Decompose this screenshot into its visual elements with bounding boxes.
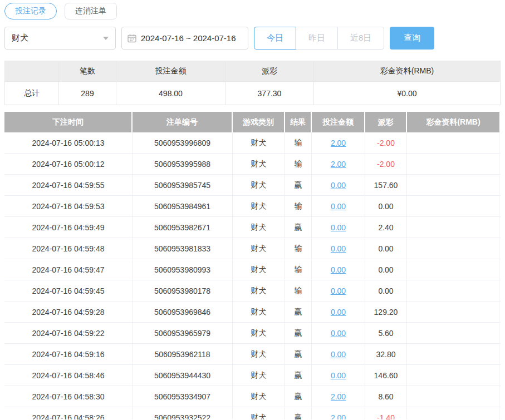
tab-betting-records[interactable]: 投注记录: [4, 3, 57, 19]
summary-total-label: 总计: [5, 82, 59, 105]
order-number-cell: 5060953996809: [133, 132, 233, 153]
order-number-cell: 5060953995988: [133, 154, 233, 174]
order-number-cell: 5060953984961: [133, 196, 233, 216]
bet-amount-cell: 0.00: [312, 344, 365, 364]
order-number-cell: 5060953965979: [133, 323, 233, 343]
summary-count-value: 289: [59, 82, 116, 105]
bonus-cell: [407, 280, 499, 301]
payout-cell: 0.00: [365, 259, 407, 280]
game-type-cell: 财犬: [233, 259, 285, 280]
bet-amount-link[interactable]: 0.00: [331, 350, 346, 359]
table-row: 2024-07-16 04:59:28 5060953969846 财犬 赢 0…: [4, 302, 501, 323]
date-range-input[interactable]: 2024-07-16 ~ 2024-07-16: [121, 27, 248, 50]
bet-time-cell: 2024-07-16 04:59:49: [4, 217, 133, 238]
result-cell: 输: [285, 132, 312, 153]
bonus-cell: [407, 302, 499, 322]
summary-payout-value: 377.30: [225, 82, 314, 105]
calendar-icon: [128, 34, 136, 43]
bonus-cell: [407, 323, 499, 343]
game-select[interactable]: 财犬: [4, 27, 116, 50]
payout-cell: 0.00: [365, 238, 407, 259]
game-type-cell: 财犬: [233, 132, 285, 153]
bet-amount-link[interactable]: 0.00: [331, 286, 346, 295]
bet-amount-link[interactable]: 2.00: [331, 139, 346, 147]
header-bet-amount: 投注金额: [312, 112, 364, 132]
order-number-cell: 5060953962118: [133, 344, 233, 364]
result-cell: 赢: [285, 217, 312, 238]
bet-amount-link[interactable]: 0.00: [331, 244, 346, 253]
today-button[interactable]: 今日: [254, 27, 296, 50]
game-type-cell: 财犬: [233, 154, 285, 174]
table-row: 2024-07-16 05:00:12 5060953995988 财犬 输 2…: [4, 154, 501, 175]
bet-amount-cell: 0.00: [312, 175, 365, 195]
header-payout: 派彩: [365, 112, 406, 132]
result-cell: 赢: [285, 302, 312, 322]
result-cell: 赢: [285, 175, 312, 195]
bet-amount-cell: 2.00: [312, 132, 365, 153]
result-cell: 赢: [285, 407, 312, 419]
bet-amount-link[interactable]: 0.00: [331, 265, 346, 274]
result-cell: 赢: [285, 344, 312, 364]
bet-amount-link[interactable]: 0.00: [331, 329, 346, 338]
table-row: 2024-07-16 04:59:47 5060953980993 财犬 输 0…: [4, 259, 501, 280]
game-type-cell: 财犬: [233, 344, 285, 364]
betting-records-page: 投注记录 连消注单 财犬 2024-07-16 ~ 2024-07-16 今日 …: [0, 0, 505, 420]
payout-cell: 129.20: [365, 302, 407, 322]
bet-amount-link[interactable]: 0.00: [331, 308, 346, 317]
bet-amount-link[interactable]: 0.00: [331, 371, 346, 380]
header-bonus: 彩金资料(RMB): [407, 112, 499, 132]
bet-time-cell: 2024-07-16 05:00:13: [4, 132, 133, 153]
bet-amount-cell: 0.00: [312, 238, 365, 259]
search-button[interactable]: 查询: [390, 27, 434, 50]
game-type-cell: 财犬: [233, 175, 285, 195]
bet-amount-link[interactable]: 2.00: [331, 160, 346, 169]
bonus-cell: [407, 132, 499, 153]
payout-cell: 8.60: [365, 386, 407, 407]
bonus-cell: [407, 154, 499, 174]
bet-amount-link[interactable]: 0.00: [331, 202, 346, 211]
order-number-cell: 5060953982671: [133, 217, 233, 238]
summary-total-row: 总计 289 498.00 377.30 ¥0.00: [5, 82, 500, 105]
bonus-cell: [407, 217, 499, 238]
payout-cell: 146.60: [365, 365, 407, 386]
last-8-days-button[interactable]: 近8日: [337, 27, 384, 50]
game-type-cell: 财犬: [233, 407, 285, 419]
header-result: 结果: [285, 112, 311, 132]
game-type-cell: 财犬: [233, 302, 285, 322]
bet-amount-link[interactable]: 2.00: [331, 413, 346, 420]
summary-bet-amount-value: 498.00: [116, 82, 225, 105]
quick-date-buttons: 今日 昨日 近8日: [254, 27, 384, 50]
bonus-cell: [407, 344, 499, 364]
records-table: 下注时间 注单编号 游戏类别 结果 投注金额 派彩 彩金资料(RMB) 2024…: [4, 112, 501, 419]
bet-time-cell: 2024-07-16 04:59:45: [4, 280, 133, 301]
payout-cell: 32.80: [365, 344, 407, 364]
bonus-cell: [407, 386, 499, 407]
chevron-down-icon: [103, 37, 109, 40]
table-row: 2024-07-16 04:59:48 5060953981833 财犬 输 0…: [4, 238, 501, 259]
order-number-cell: 5060953980993: [133, 259, 233, 280]
bet-amount-cell: 0.00: [312, 217, 365, 238]
game-type-cell: 财犬: [233, 280, 285, 301]
yesterday-button[interactable]: 昨日: [296, 27, 338, 50]
payout-cell: -2.00: [365, 154, 407, 174]
payout-cell: -1.40: [365, 407, 407, 419]
game-select-value: 财犬: [12, 33, 28, 43]
bonus-cell: [407, 196, 499, 216]
date-range-value: 2024-07-16 ~ 2024-07-16: [141, 33, 236, 43]
bet-amount-link[interactable]: 0.00: [331, 223, 346, 232]
order-number-cell: 5060953969846: [133, 302, 233, 322]
bet-amount-link[interactable]: 0.00: [331, 181, 346, 190]
game-type-cell: 财犬: [233, 323, 285, 343]
payout-cell: 2.40: [365, 217, 407, 238]
order-number-cell: 5060953985745: [133, 175, 233, 195]
bet-time-cell: 2024-07-16 04:58:46: [4, 365, 133, 386]
table-row: 2024-07-16 04:59:16 5060953962118 财犬 赢 0…: [4, 344, 501, 365]
result-cell: 输: [285, 238, 312, 259]
table-row: 2024-07-16 04:59:55 5060953985745 财犬 赢 0…: [4, 175, 501, 196]
payout-cell: -2.00: [365, 132, 407, 153]
summary-bonus-value: ¥0.00: [314, 82, 500, 105]
bet-amount-cell: 0.00: [312, 196, 365, 216]
tab-cancelled-orders[interactable]: 连消注单: [65, 3, 117, 19]
table-row: 2024-07-16 04:58:30 5060953934907 财犬 赢 2…: [4, 386, 501, 407]
bet-amount-link[interactable]: 2.00: [331, 392, 346, 401]
